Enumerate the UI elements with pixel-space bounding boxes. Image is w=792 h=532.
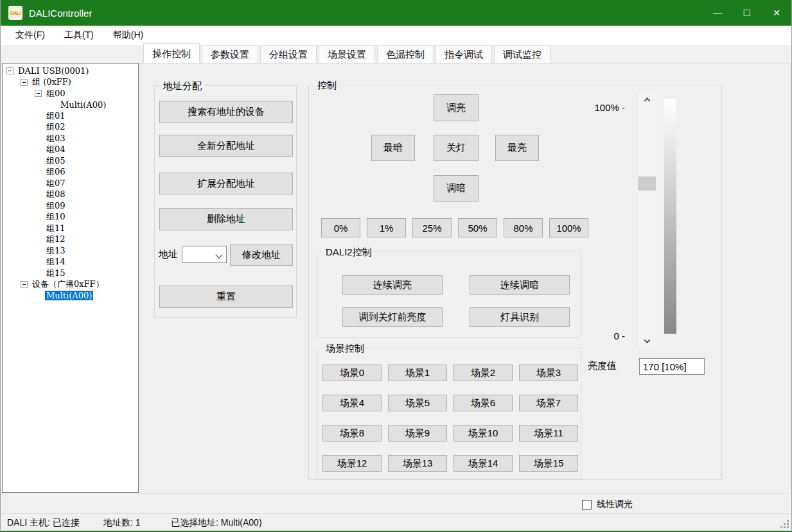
scene-button[interactable]: 场景2: [453, 365, 513, 381]
address-combobox[interactable]: [182, 246, 227, 263]
menu-item[interactable]: 工具(T): [55, 30, 103, 41]
tree-item-label[interactable]: 组10: [45, 211, 67, 223]
percent-button[interactable]: 25%: [412, 218, 452, 237]
percent-button[interactable]: 1%: [367, 218, 406, 237]
resize-grip[interactable]: [780, 519, 789, 528]
tree-item[interactable]: 设备（广播0xFF）: [17, 279, 138, 291]
percent-button[interactable]: 0%: [321, 218, 360, 237]
scroll-up-button[interactable]: [638, 94, 656, 105]
tree-expander-icon[interactable]: [21, 79, 28, 86]
scene-button[interactable]: 场景15: [519, 455, 578, 472]
tree-item[interactable]: 组01: [31, 110, 138, 122]
tree-item[interactable]: 组15: [31, 268, 138, 279]
tree-item-label[interactable]: 组00: [45, 88, 67, 99]
menu-item[interactable]: 文件(F): [6, 30, 55, 41]
scene-button[interactable]: 场景3: [519, 365, 578, 381]
tree-item-label[interactable]: 组 (0xFF): [31, 76, 73, 88]
scroll-down-button[interactable]: [638, 335, 656, 347]
tree-item-label[interactable]: 组04: [45, 144, 67, 155]
scene-button[interactable]: 场景8: [322, 425, 382, 442]
scene-button[interactable]: 场景7: [519, 395, 578, 411]
tree-item[interactable]: 组03: [31, 133, 138, 144]
scrollbar-thumb[interactable]: [638, 176, 656, 191]
brightness-scrollbar[interactable]: [638, 92, 656, 348]
scene-button[interactable]: 场景12: [322, 455, 382, 472]
minimize-button[interactable]: —: [703, 0, 732, 26]
tree-item-label[interactable]: 组03: [45, 133, 67, 144]
brightest-button[interactable]: 最亮: [495, 135, 539, 161]
dali2-button[interactable]: 连续调暗: [470, 275, 570, 295]
tree-item[interactable]: 组06: [31, 167, 138, 178]
menu-item[interactable]: 帮助(H): [103, 30, 153, 41]
tree-item[interactable]: 组14: [31, 257, 138, 268]
tree-expander-icon[interactable]: [21, 281, 28, 288]
tree-item-label[interactable]: 组06: [45, 166, 67, 178]
light-off-button[interactable]: 关灯: [434, 135, 479, 161]
tree-item-label[interactable]: 组08: [45, 189, 67, 200]
tree-item[interactable]: 组12: [31, 234, 138, 246]
tree-item[interactable]: 组05: [31, 155, 138, 167]
tab[interactable]: 场景设置: [319, 46, 375, 63]
linear-dimming-checkbox[interactable]: [582, 500, 592, 510]
tab[interactable]: 指令调试: [436, 46, 492, 63]
tree-item-label[interactable]: 组02: [45, 121, 67, 133]
dali2-button[interactable]: 灯具识别: [470, 307, 570, 327]
tree-item[interactable]: 组 (0xFF): [17, 77, 138, 89]
tree-expander-icon[interactable]: [6, 67, 13, 74]
scene-button[interactable]: 场景11: [519, 425, 578, 442]
reset-button[interactable]: 重置: [159, 286, 293, 308]
dali2-button[interactable]: 连续调亮: [342, 275, 443, 295]
tree-item[interactable]: 组09: [31, 200, 138, 212]
percent-button[interactable]: 80%: [504, 218, 543, 237]
tree-item[interactable]: 组08: [31, 189, 138, 201]
tree-item-label[interactable]: 组12: [45, 234, 67, 245]
percent-button[interactable]: 100%: [549, 218, 588, 237]
tree-item-label[interactable]: 组15: [45, 268, 67, 279]
scene-button[interactable]: 场景1: [388, 365, 447, 381]
scene-button[interactable]: 场景0: [322, 365, 382, 381]
tree-item[interactable]: 组11: [31, 223, 138, 234]
search-addressed-devices-button[interactable]: 搜索有地址的设备: [159, 101, 293, 123]
dim-button[interactable]: 调暗: [434, 175, 479, 202]
close-button[interactable]: ✕: [762, 0, 791, 26]
brightness-value-field[interactable]: 170 [10%]: [639, 358, 705, 375]
tree-item[interactable]: 组00: [31, 88, 138, 99]
scene-button[interactable]: 场景14: [453, 455, 513, 472]
tree-item[interactable]: Multi(A00): [31, 290, 138, 302]
tab[interactable]: 参数设置: [202, 46, 258, 63]
tree-item[interactable]: 组07: [31, 178, 138, 189]
extend-assign-address-button[interactable]: 扩展分配地址: [159, 173, 293, 194]
tab[interactable]: 分组设置: [260, 46, 317, 63]
scene-button[interactable]: 场景9: [388, 425, 447, 442]
tab[interactable]: 操作控制: [143, 43, 200, 63]
scene-button[interactable]: 场景13: [388, 455, 447, 472]
dimmest-button[interactable]: 最暗: [371, 135, 415, 161]
scene-button[interactable]: 场景6: [453, 395, 513, 411]
device-tree[interactable]: DALI USB(0001) 组 (0xFF) 组00 Multi(A00) 组…: [2, 63, 139, 493]
tree-item-label[interactable]: Multi(A00): [59, 100, 107, 110]
assign-new-address-button[interactable]: 全新分配地址: [159, 135, 293, 157]
tree-item[interactable]: DALI USB(0001): [3, 65, 138, 77]
brighten-button[interactable]: 调亮: [434, 94, 479, 121]
tab[interactable]: 色温控制: [377, 46, 434, 63]
tree-item[interactable]: Multi(A00): [45, 99, 138, 111]
maximize-button[interactable]: □: [732, 0, 762, 26]
tree-item-label[interactable]: 组11: [45, 223, 67, 234]
tree-item-label[interactable]: 组09: [45, 200, 67, 212]
tree-item-label[interactable]: 组07: [45, 178, 67, 189]
tree-expander-icon[interactable]: [35, 90, 42, 97]
modify-address-button[interactable]: 修改地址: [230, 245, 293, 266]
tree-item-label[interactable]: DALI USB(0001): [17, 66, 90, 76]
tree-item[interactable]: 组13: [31, 245, 138, 257]
scene-button[interactable]: 场景4: [322, 395, 382, 411]
delete-address-button[interactable]: 删除地址: [159, 208, 293, 230]
tree-item-label[interactable]: 组05: [45, 155, 67, 167]
percent-button[interactable]: 50%: [458, 218, 497, 237]
tree-item-label[interactable]: 组01: [45, 110, 67, 122]
tree-item-label[interactable]: 组14: [45, 256, 67, 268]
tree-item[interactable]: 组04: [31, 144, 138, 156]
tree-item-label[interactable]: 设备（广播0xFF）: [31, 279, 105, 290]
tree-item[interactable]: 组02: [31, 122, 138, 133]
scene-button[interactable]: 场景10: [453, 425, 513, 442]
tree-item-label[interactable]: 组13: [45, 245, 67, 257]
